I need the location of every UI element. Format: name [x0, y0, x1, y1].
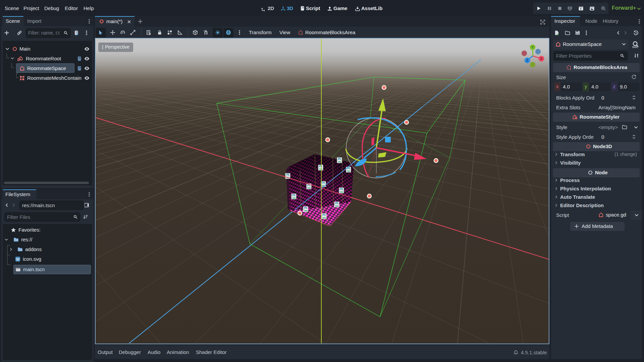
svg-text:Z: Z [526, 58, 529, 62]
svg-text:X: X [540, 57, 543, 61]
svg-text:DOC: DOC [632, 46, 638, 48]
svg-text:Y: Y [531, 45, 534, 49]
